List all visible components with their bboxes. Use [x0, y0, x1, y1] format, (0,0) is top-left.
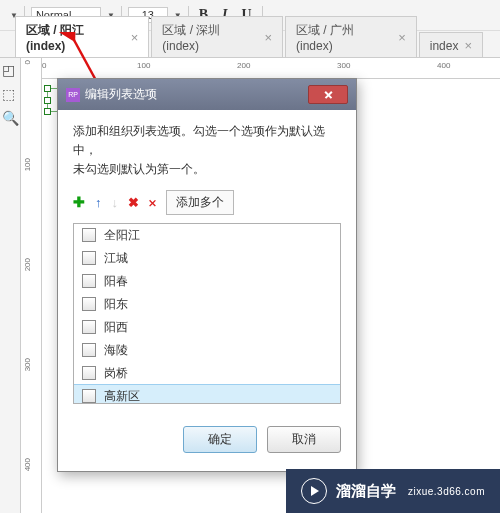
delete-all-icon[interactable]: ⨉ — [149, 195, 156, 209]
ruler-tick: 0 — [42, 61, 46, 70]
edit-list-dialog: RP 编辑列表选项 添加和组织列表选项。勾选一个选项作为默认选中，未勾选则默认为… — [57, 78, 357, 472]
item-label: 全阳江 — [104, 227, 140, 244]
tab-yangjiang[interactable]: 区域 / 阳江 (index) × — [15, 16, 149, 57]
ruler-tick: 400 — [23, 458, 32, 471]
list-item[interactable]: 阳春 — [74, 270, 340, 293]
tab-label: index — [430, 39, 459, 53]
list-item[interactable]: 阳东 — [74, 293, 340, 316]
list-item[interactable]: 江城 — [74, 247, 340, 270]
item-label: 海陵 — [104, 342, 128, 359]
item-label: 高新区 — [104, 388, 140, 404]
dialog-titlebar[interactable]: RP 编辑列表选项 — [58, 79, 356, 110]
ruler-tick: 0 — [23, 60, 32, 64]
app-icon: RP — [66, 88, 80, 102]
selection-icon[interactable]: ◰ — [2, 63, 18, 79]
dialog-body: 添加和组织列表选项。勾选一个选项作为默认选中，未勾选则默认为第一个。 ✚ ↑ ↓… — [58, 110, 356, 471]
move-down-icon[interactable]: ↓ — [112, 195, 119, 210]
dialog-title: 编辑列表选项 — [85, 86, 157, 103]
ok-button[interactable]: 确定 — [183, 426, 257, 453]
ruler-tick: 100 — [137, 61, 150, 70]
hand-icon[interactable]: ⬚ — [2, 87, 18, 103]
item-label: 阳东 — [104, 296, 128, 313]
tab-label: 区域 / 阳江 (index) — [26, 22, 125, 53]
checkbox[interactable] — [82, 297, 96, 311]
close-icon[interactable]: × — [464, 38, 472, 53]
delete-icon[interactable]: ✖ — [128, 195, 139, 210]
item-label: 阳西 — [104, 319, 128, 336]
dialog-message: 添加和组织列表选项。勾选一个选项作为默认选中，未勾选则默认为第一个。 — [73, 122, 341, 180]
add-icon[interactable]: ✚ — [73, 194, 85, 210]
add-many-button[interactable]: 添加多个 — [166, 190, 234, 215]
resize-handle[interactable] — [44, 108, 51, 115]
options-list[interactable]: 全阳江 江城 阳春 阳东 阳西 海陵 岗桥 高新区 — [73, 223, 341, 404]
list-item[interactable]: 高新区 — [74, 385, 340, 404]
close-button[interactable] — [308, 85, 348, 104]
tab-label: 区域 / 广州 (index) — [296, 22, 392, 53]
move-up-icon[interactable]: ↑ — [95, 195, 102, 210]
item-label: 阳春 — [104, 273, 128, 290]
list-ops: ✚ ↑ ↓ ✖ ⨉ 添加多个 — [73, 190, 341, 215]
zoom-icon[interactable]: 🔍 — [2, 111, 18, 127]
side-tools: ◰ ⬚ 🔍 — [0, 58, 21, 513]
watermark-name: 溜溜自学 — [336, 482, 396, 501]
checkbox[interactable] — [82, 389, 96, 403]
play-icon — [301, 478, 327, 504]
checkbox[interactable] — [82, 320, 96, 334]
vertical-ruler: 0 100 200 300 400 — [21, 58, 42, 513]
list-item[interactable]: 全阳江 — [74, 224, 340, 247]
close-icon[interactable]: × — [264, 30, 272, 45]
checkbox[interactable] — [82, 274, 96, 288]
checkbox[interactable] — [82, 366, 96, 380]
item-label: 江城 — [104, 250, 128, 267]
checkbox[interactable] — [82, 228, 96, 242]
horizontal-ruler: 0 100 200 300 400 — [42, 58, 500, 79]
watermark-url: zixue.3d66.com — [408, 486, 485, 497]
list-item[interactable]: 岗桥 — [74, 362, 340, 385]
ruler-tick: 200 — [23, 258, 32, 271]
ruler-tick: 300 — [23, 358, 32, 371]
list-item[interactable]: 阳西 — [74, 316, 340, 339]
resize-handle[interactable] — [44, 85, 51, 92]
checkbox[interactable] — [82, 343, 96, 357]
dialog-buttons: 确定 取消 — [73, 426, 341, 453]
list-item[interactable]: 海陵 — [74, 339, 340, 362]
resize-handle[interactable] — [44, 97, 51, 104]
cancel-button[interactable]: 取消 — [267, 426, 341, 453]
ruler-tick: 300 — [337, 61, 350, 70]
close-icon[interactable]: × — [131, 30, 139, 45]
tab-guangzhou[interactable]: 区域 / 广州 (index) × — [285, 16, 417, 57]
tab-label: 区域 / 深圳 (index) — [162, 22, 258, 53]
close-icon[interactable]: × — [398, 30, 406, 45]
watermark: 溜溜自学 zixue.3d66.com — [286, 469, 500, 513]
page-tabs: 区域 / 阳江 (index) × 区域 / 深圳 (index) × 区域 /… — [0, 31, 500, 58]
ruler-tick: 100 — [23, 158, 32, 171]
checkbox[interactable] — [82, 251, 96, 265]
item-label: 岗桥 — [104, 365, 128, 382]
tab-index[interactable]: index × — [419, 32, 483, 57]
ruler-tick: 400 — [437, 61, 450, 70]
tab-shenzhen[interactable]: 区域 / 深圳 (index) × — [151, 16, 283, 57]
ruler-tick: 200 — [237, 61, 250, 70]
